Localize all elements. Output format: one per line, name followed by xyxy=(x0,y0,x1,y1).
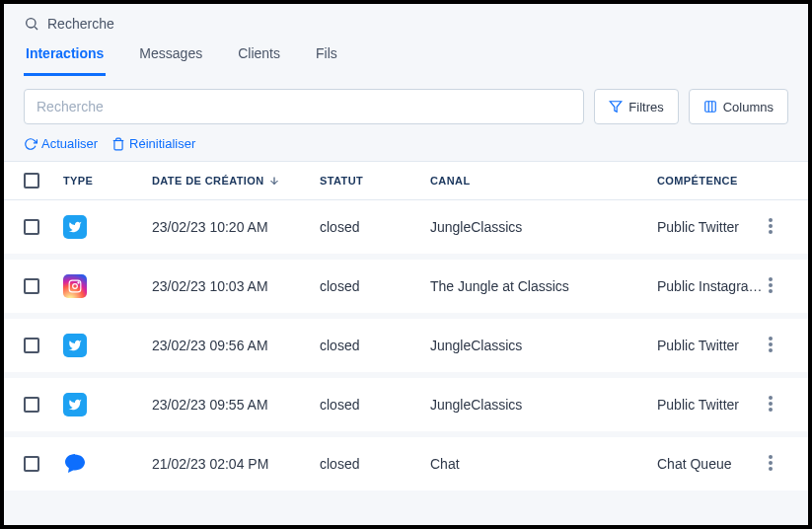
svg-point-21 xyxy=(769,408,773,412)
instagram-icon xyxy=(63,274,87,298)
row-status: closed xyxy=(320,278,430,294)
row-menu-button[interactable] xyxy=(769,277,788,296)
tabs: InteractionsMessagesClientsFils xyxy=(24,45,788,77)
row-menu-button[interactable] xyxy=(769,218,788,237)
columns-label: Columns xyxy=(723,100,774,114)
row-status: closed xyxy=(320,397,430,413)
filters-label: Filtres xyxy=(628,100,663,114)
search-label: Recherche xyxy=(24,16,788,32)
status-header[interactable]: STATUT xyxy=(320,175,430,187)
row-status: closed xyxy=(320,219,430,235)
row-checkbox[interactable] xyxy=(24,338,39,353)
table-header: TYPE DATE DE CRÉATION STATUT CANAL COMPÉ… xyxy=(4,161,808,200)
controls-bar: Filtres Columns xyxy=(4,77,808,136)
svg-point-14 xyxy=(769,283,773,287)
svg-point-18 xyxy=(769,348,773,352)
columns-button[interactable]: Columns xyxy=(689,89,788,124)
date-header[interactable]: DATE DE CRÉATION xyxy=(152,175,320,187)
row-canal: Chat xyxy=(430,456,657,472)
search-label-text: Recherche xyxy=(47,16,114,32)
svg-point-8 xyxy=(769,224,773,228)
svg-point-23 xyxy=(769,461,773,465)
tab-messages[interactable]: Messages xyxy=(137,45,204,76)
row-competence: Public Twitter xyxy=(657,397,769,413)
svg-point-12 xyxy=(78,282,79,283)
svg-point-22 xyxy=(769,455,773,459)
filter-icon xyxy=(609,100,623,113)
svg-point-20 xyxy=(769,402,773,406)
table-row[interactable]: 23/02/23 10:03 AMclosedThe Jungle at Cla… xyxy=(4,260,808,319)
twitter-icon xyxy=(63,215,87,239)
search-icon xyxy=(24,16,39,32)
table-body: 23/02/23 10:20 AMclosedJungleClassicsPub… xyxy=(4,200,808,496)
type-header[interactable]: TYPE xyxy=(63,175,152,187)
tab-clients[interactable]: Clients xyxy=(236,45,282,76)
refresh-label: Actualiser xyxy=(41,136,98,151)
date-header-label: DATE DE CRÉATION xyxy=(152,175,264,187)
row-competence: Public Instagra… xyxy=(657,278,769,294)
svg-point-17 xyxy=(769,342,773,346)
refresh-link[interactable]: Actualiser xyxy=(24,136,98,151)
table-row[interactable]: 23/02/23 09:55 AMclosedJungleClassicsPub… xyxy=(4,378,808,437)
twitter-icon xyxy=(63,393,87,416)
interactions-table: TYPE DATE DE CRÉATION STATUT CANAL COMPÉ… xyxy=(4,161,808,496)
search-input[interactable] xyxy=(24,89,584,124)
svg-point-15 xyxy=(769,289,773,293)
svg-line-1 xyxy=(35,27,37,30)
svg-point-16 xyxy=(769,337,773,340)
twitter-icon xyxy=(63,334,87,357)
row-competence: Chat Queue xyxy=(657,456,769,472)
reset-link[interactable]: Réinitialiser xyxy=(111,136,195,151)
row-menu-button[interactable] xyxy=(769,337,788,355)
refresh-icon xyxy=(24,137,37,151)
app-container: Recherche InteractionsMessagesClientsFil… xyxy=(0,0,812,529)
row-menu-button[interactable] xyxy=(769,455,788,474)
row-menu-button[interactable] xyxy=(769,396,788,415)
row-date: 23/02/23 10:20 AM xyxy=(152,219,320,235)
columns-icon xyxy=(703,100,717,113)
row-checkbox[interactable] xyxy=(24,219,39,235)
row-checkbox[interactable] xyxy=(24,397,39,413)
filters-button[interactable]: Filtres xyxy=(594,89,678,124)
row-date: 23/02/23 09:56 AM xyxy=(152,338,320,353)
header: Recherche InteractionsMessagesClientsFil… xyxy=(4,4,808,77)
canal-header[interactable]: CANAL xyxy=(430,175,657,187)
svg-rect-3 xyxy=(704,102,715,113)
row-canal: JungleClassics xyxy=(430,338,657,353)
row-checkbox[interactable] xyxy=(24,456,39,472)
row-status: closed xyxy=(320,338,430,353)
row-status: closed xyxy=(320,456,430,472)
row-checkbox[interactable] xyxy=(24,278,39,294)
svg-point-19 xyxy=(769,396,773,400)
select-all-header xyxy=(24,173,63,189)
row-competence: Public Twitter xyxy=(657,219,769,235)
row-date: 23/02/23 09:55 AM xyxy=(152,397,320,413)
svg-point-11 xyxy=(73,284,78,289)
svg-marker-2 xyxy=(610,102,622,113)
row-canal: JungleClassics xyxy=(430,397,657,413)
table-row[interactable]: 21/02/23 02:04 PMclosedChatChat Queue xyxy=(4,437,808,496)
sort-down-icon xyxy=(268,175,280,187)
competence-header[interactable]: COMPÉTENCE xyxy=(657,175,769,187)
table-row[interactable]: 23/02/23 10:20 AMclosedJungleClassicsPub… xyxy=(4,200,808,260)
row-canal: JungleClassics xyxy=(430,219,657,235)
row-date: 23/02/23 10:03 AM xyxy=(152,278,320,294)
chat-icon xyxy=(63,452,87,476)
svg-point-0 xyxy=(27,19,36,28)
svg-point-24 xyxy=(769,467,773,471)
tab-fils[interactable]: Fils xyxy=(314,45,339,76)
tab-interactions[interactable]: Interactions xyxy=(24,45,106,76)
svg-point-13 xyxy=(769,277,773,281)
trash-icon xyxy=(111,137,125,151)
table-row[interactable]: 23/02/23 09:56 AMclosedJungleClassicsPub… xyxy=(4,319,808,378)
svg-point-9 xyxy=(769,230,773,234)
svg-point-7 xyxy=(769,218,773,222)
row-canal: The Jungle at Classics xyxy=(430,278,657,294)
reset-label: Réinitialiser xyxy=(129,136,195,151)
row-date: 21/02/23 02:04 PM xyxy=(152,456,320,472)
select-all-checkbox[interactable] xyxy=(24,173,39,189)
row-competence: Public Twitter xyxy=(657,338,769,353)
actions-bar: Actualiser Réinitialiser xyxy=(4,136,808,161)
